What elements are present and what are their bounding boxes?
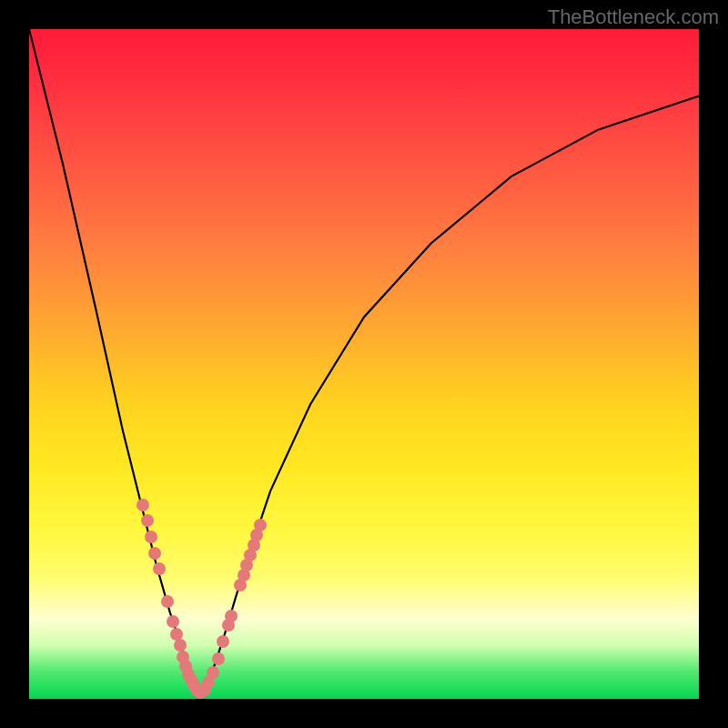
data-point: [167, 615, 179, 628]
data-point: [153, 562, 166, 575]
data-point: [254, 519, 267, 531]
data-point: [141, 514, 154, 527]
data-point: [174, 639, 187, 652]
data-point: [161, 595, 174, 608]
chart-container: TheBottleneck.com: [0, 0, 728, 728]
data-point: [145, 531, 157, 543]
scatter-dots: [29, 29, 699, 699]
data-point: [225, 610, 238, 622]
watermark-text: TheBottleneck.com: [548, 5, 719, 29]
plot-area: [29, 29, 699, 699]
data-point: [207, 666, 219, 679]
data-point: [148, 547, 161, 560]
data-point: [136, 499, 149, 511]
data-point: [217, 635, 229, 648]
data-point: [212, 652, 225, 665]
